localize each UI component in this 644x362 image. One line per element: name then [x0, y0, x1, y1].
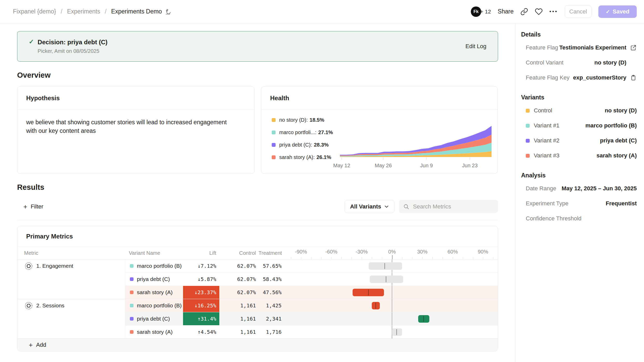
health-legend: no story (D): 18.5% marco portfoli...: 2… [272, 117, 333, 160]
saved-button[interactable]: ✓ Saved [598, 5, 637, 18]
lift-mean-tick [375, 303, 376, 309]
health-title: Health [261, 86, 498, 110]
col-metric: Metric [17, 250, 125, 256]
col-control: Control [219, 250, 258, 256]
breadcrumb: Fixpanel {demo} / Experiments / Experime… [13, 8, 171, 15]
primary-metrics-card: Primary Metrics Metric Variant Name Lift… [17, 226, 498, 351]
control-value: 62.07% [219, 272, 258, 286]
table-row[interactable]: sarah story (A) ↓23.37% 62.07% 47.56% [17, 286, 498, 299]
lift-mean-tick [368, 289, 369, 295]
control-variant-row: Control Variant no story (D) [521, 55, 637, 70]
control-value: 62.07% [219, 286, 258, 299]
experiment-type-row: Experiment Type Frequentist [521, 196, 637, 211]
cancel-button[interactable]: Cancel [565, 5, 592, 18]
share-button[interactable]: Share [498, 8, 514, 15]
lift-value: ↓16.25% [183, 299, 219, 312]
metric-cell: 1. Engagement [17, 259, 125, 272]
copy-icon[interactable] [626, 74, 637, 81]
variant-name: marco portfolio (B) [137, 263, 182, 269]
metric-label: 2. Sessions [36, 302, 65, 309]
lift-value: ↓7.12% [198, 263, 216, 269]
lift-value: ↓23.37% [183, 286, 219, 299]
add-metric-button[interactable]: + Add [17, 338, 498, 351]
treatment-value: 1,425 [258, 299, 284, 312]
lift-value: ↑4.54% [198, 329, 216, 335]
more-options-icon[interactable]: ••• [549, 9, 558, 15]
table-row[interactable]: 2. Sessions marco portfolio (B) ↓16.25% … [17, 299, 498, 312]
lift-value: ↑31.4% [183, 312, 219, 325]
legend-swatch [272, 143, 276, 147]
lift-axis-ruler: -90%-60%-30%0%30%60%90% [291, 247, 493, 259]
variant-row: Control no story (D) [521, 103, 637, 118]
col-lift: Lift [183, 250, 219, 256]
treatment-value: 1,716 [258, 325, 284, 338]
hypothesis-body: we believe that showing customer stories… [17, 110, 240, 143]
legend-item: sarah story (A): 26.1% [272, 154, 333, 160]
edit-log-button[interactable]: Edit Log [465, 43, 486, 50]
external-link-icon[interactable] [626, 44, 637, 51]
table-row[interactable]: sarah story (A) ↑4.54% 1,161 1,716 [17, 325, 498, 338]
variant-swatch [526, 109, 530, 113]
chevron-down-icon [384, 204, 389, 209]
variant-name: priya debt (C) [137, 316, 170, 322]
lift-mean-tick [384, 263, 385, 269]
legend-swatch [272, 131, 276, 134]
control-value: 62.07% [219, 259, 258, 272]
link-icon[interactable] [520, 8, 528, 16]
search-metrics-input[interactable] [413, 203, 494, 210]
variant-swatch [130, 330, 134, 334]
confidence-interval-cell [291, 325, 493, 338]
main-content: ✓ Decision: priya debt (C) Picker, Amit … [0, 23, 515, 362]
control-value: 1,161 [219, 312, 258, 325]
table-header: Metric Variant Name Lift Control Treatme… [17, 247, 498, 259]
collaborator-count[interactable]: + 12 [480, 9, 491, 15]
overview-heading: Overview [17, 71, 515, 79]
confidence-interval-cell [291, 286, 493, 299]
confidence-interval-cell [291, 299, 493, 312]
decision-banner: ✓ Decision: priya debt (C) Picker, Amit … [17, 31, 498, 62]
plus-icon: + [29, 342, 33, 348]
decision-title: Decision: priya debt (C) [38, 39, 107, 46]
treatment-value: 47.56% [258, 286, 284, 299]
breadcrumb-experiments[interactable]: Experiments [67, 8, 100, 15]
hypothesis-title: Hypothesis [17, 86, 254, 110]
lift-mean-tick [386, 276, 386, 282]
treatment-value: 57.65% [258, 259, 284, 272]
control-value: 1,161 [219, 325, 258, 338]
table-row[interactable]: priya debt (C) ↓5.87% 62.07% 58.43% [17, 272, 498, 286]
page-title: Experiments Demo [111, 8, 162, 15]
details-heading: Details [521, 31, 637, 38]
all-variants-dropdown[interactable]: All Variants [345, 200, 394, 213]
variant-swatch [130, 277, 134, 281]
breadcrumb-separator: / [61, 8, 62, 15]
lift-value: ↓5.87% [198, 276, 216, 282]
plus-icon: + [23, 203, 27, 210]
check-icon: ✓ [606, 9, 610, 15]
legend-swatch [272, 118, 276, 122]
confidence-interval-cell [291, 312, 493, 325]
variant-row: Variant #2 priya debt (C) [521, 133, 637, 148]
add-filter-button[interactable]: + Filter [17, 203, 43, 210]
search-metrics-box [399, 200, 498, 213]
table-row[interactable]: priya debt (C) ↑31.4% 1,161 2,341 [17, 312, 498, 325]
microscope-icon [164, 8, 171, 15]
variant-swatch [526, 139, 530, 143]
favorite-heart-icon[interactable] [535, 8, 543, 16]
avatar[interactable]: Fk [471, 6, 481, 17]
breadcrumb-current: Experiments Demo [111, 8, 172, 15]
confidence-interval-bar [370, 276, 403, 283]
treatment-value: 2,341 [258, 312, 284, 325]
metric-cell: 2. Sessions [17, 299, 125, 312]
details-sidebar: Details Feature Flag Testimonials Experi… [515, 23, 644, 362]
confidence-interval-cell [291, 272, 493, 286]
top-bar: Fixpanel {demo} / Experiments / Experime… [0, 0, 644, 23]
divider [17, 220, 498, 220]
analysis-heading: Analysis [521, 172, 637, 179]
variants-heading: Variants [521, 94, 637, 101]
metric-goal-icon [25, 302, 33, 310]
breadcrumb-project[interactable]: Fixpanel {demo} [13, 8, 56, 15]
table-row[interactable]: 1. Engagement marco portfolio (B) ↓7.12%… [17, 259, 498, 272]
variant-swatch [130, 264, 134, 268]
feature-flag-row: Feature Flag Testimonials Experiment [521, 40, 637, 55]
health-chart-x-axis: May 12May 26Jun 9Jun 23 [340, 163, 492, 169]
